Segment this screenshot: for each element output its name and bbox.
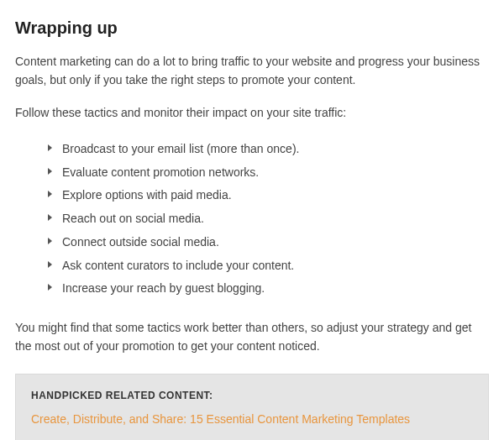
arrow-right-icon	[47, 259, 55, 270]
list-item: Connect outside social media.	[47, 231, 489, 254]
closing-paragraph: You might find that some tactics work be…	[15, 319, 489, 355]
arrow-right-icon	[47, 281, 55, 293]
intro-paragraph-1: Content marketing can do a lot to bring …	[15, 53, 489, 89]
list-item-label: Evaluate content promotion networks.	[62, 165, 259, 179]
list-item-label: Broadcast to your email list (more than …	[62, 142, 299, 155]
list-item: Reach out on social media.	[47, 207, 489, 231]
arrow-right-icon	[47, 188, 55, 200]
list-item-label: Reach out on social media.	[62, 212, 204, 225]
list-item: Increase your reach by guest blogging.	[47, 277, 489, 301]
intro-paragraph-2: Follow these tactics and monitor their i…	[15, 104, 489, 123]
list-item-label: Connect outside social media.	[62, 235, 219, 249]
related-content-link[interactable]: Create, Distribute, and Share: 15 Essent…	[31, 412, 410, 426]
list-item: Broadcast to your email list (more than …	[47, 138, 489, 161]
section-heading: Wrapping up	[15, 15, 489, 41]
list-item: Explore options with paid media.	[47, 184, 489, 207]
arrow-right-icon	[47, 165, 55, 177]
arrow-right-icon	[47, 142, 55, 154]
related-content-title: HANDPICKED RELATED CONTENT:	[31, 388, 473, 404]
related-content-box: HANDPICKED RELATED CONTENT: Create, Dist…	[15, 374, 489, 440]
list-item: Ask content curators to include your con…	[47, 254, 489, 278]
list-item: Evaluate content promotion networks.	[47, 161, 489, 185]
list-item-label: Ask content curators to include your con…	[62, 259, 294, 272]
arrow-right-icon	[47, 235, 55, 247]
tactics-list: Broadcast to your email list (more than …	[15, 138, 489, 301]
arrow-right-icon	[47, 212, 55, 223]
list-item-label: Increase your reach by guest blogging.	[62, 281, 265, 295]
list-item-label: Explore options with paid media.	[62, 188, 232, 202]
